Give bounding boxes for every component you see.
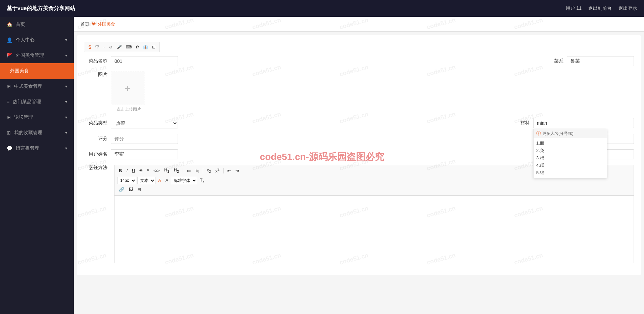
sidebar-label-guestbook-mgmt: 留言板管理	[16, 145, 39, 151]
underline-button[interactable]: U	[130, 167, 137, 174]
field-cuisine: 菜系	[540, 56, 634, 66]
field-score: 评分	[84, 134, 178, 144]
username-label: 用户姓名	[84, 151, 107, 157]
row-dish-name-cuisine: 菜品名称 菜系	[84, 56, 634, 66]
ime-chinese[interactable]: 中	[94, 43, 101, 50]
sidebar-item-foreign-food-mgmt[interactable]: 🚩 外国美食管理 ▾	[0, 48, 74, 63]
row-cooking-method: 烹饪方法 B I U S ❝ </> H1 H2	[84, 165, 634, 263]
image-label: 图片	[84, 72, 107, 78]
code-button[interactable]: </>	[152, 167, 162, 174]
insert-link-button[interactable]: 🔗	[117, 186, 126, 193]
insert-table-button[interactable]: ⊞	[136, 186, 143, 193]
sidebar-label-forum-mgmt: 论坛管理	[14, 114, 33, 120]
font-color-button[interactable]: A	[156, 177, 163, 184]
list-ordered-button[interactable]: ≔	[185, 167, 193, 174]
h1-button[interactable]: H1	[163, 166, 171, 175]
current-user: 用户 11	[566, 5, 582, 11]
sidebar-label-foreign-food: 外国美食	[10, 68, 29, 74]
blockquote-button[interactable]: ❝	[145, 167, 151, 174]
insert-image-button[interactable]: 🖼	[127, 186, 135, 193]
breadcrumb: 首页 ❤ 外国美食	[74, 17, 644, 32]
sidebar-label-home: 首页	[16, 22, 25, 28]
subscript-button[interactable]: x2	[205, 166, 213, 175]
logout-button[interactable]: 退出登录	[618, 5, 637, 11]
ime-shirt[interactable]: 👔	[142, 44, 149, 50]
goto-front-button[interactable]: 退出到前台	[588, 5, 612, 11]
dish-type-select[interactable]: 热菜 凉菜 汤类 主食	[111, 118, 178, 128]
username-input[interactable]	[111, 149, 178, 159]
indent-decrease-button[interactable]: ⇤	[226, 167, 233, 174]
sidebar-arrow-forum-mgmt: ▾	[65, 115, 67, 120]
font-family-select[interactable]: 标准字体 宋体 黑体	[171, 177, 197, 184]
autocomplete-item[interactable]: 5.绵	[536, 169, 604, 176]
sidebar-item-foreign-food[interactable]: 外国美食	[0, 63, 74, 79]
cuisine-label: 菜系	[540, 58, 563, 64]
score-input[interactable]	[111, 134, 178, 144]
sidebar-icon-home: 🏠	[7, 22, 12, 27]
clear-format-button[interactable]: Tx	[198, 176, 206, 185]
field-dish-name: 菜品名称	[84, 56, 178, 66]
sidebar-item-left-guestbook-mgmt: 💬 留言板管理	[7, 145, 39, 151]
autocomplete-header: ⓘ 更多人名(分号#k)	[534, 129, 607, 138]
italic-button[interactable]: I	[125, 167, 129, 174]
sidebar-item-guestbook-mgmt[interactable]: 💬 留言板管理 ▾	[0, 141, 74, 156]
sidebar-item-hot-dishes-mgmt[interactable]: ≡ 热门菜品管理 ▾	[0, 94, 74, 110]
cuisine-input[interactable]	[567, 56, 634, 66]
autocomplete-item[interactable]: 1.面	[536, 140, 604, 147]
toolbar-divider1	[183, 168, 183, 173]
list-unordered-button[interactable]: ≒	[194, 167, 201, 174]
sidebar-arrow-guestbook-mgmt: ▾	[65, 146, 67, 151]
field-image: 图片 + 点击上传图片	[84, 72, 147, 112]
ime-keyboard[interactable]: ⌨	[125, 44, 133, 50]
row-image: 图片 + 点击上传图片	[84, 72, 634, 112]
h2-button[interactable]: H2	[172, 166, 180, 175]
autocomplete-dropdown: ⓘ 更多人名(分号#k) 1.面2.免3.棉4.眠5.绵	[533, 129, 607, 178]
sidebar-label-hot-dishes-mgmt: 热门菜品管理	[13, 99, 41, 105]
header: 基于vue的地方美食分享网站 用户 11 退出到前台 退出登录	[0, 0, 644, 17]
autocomplete-info-icon: ⓘ	[536, 130, 541, 136]
font-type-select[interactable]: 文本 标题	[137, 177, 155, 184]
autocomplete-list: 1.面2.免3.棉4.眠5.绵	[534, 138, 607, 178]
dish-name-input[interactable]	[111, 56, 178, 66]
ime-dot[interactable]: ·	[102, 44, 106, 50]
sidebar-label-favorites-mgmt: 我的收藏管理	[14, 130, 42, 136]
autocomplete-item[interactable]: 4.眠	[536, 162, 604, 169]
breadcrumb-home[interactable]: 首页	[81, 21, 89, 27]
autocomplete-item[interactable]: 3.棉	[536, 154, 604, 162]
sidebar-label-chinese-food-mgmt: 中式美食管理	[14, 83, 42, 89]
form-container: S 中 · ☺ 🎤 ⌨ ✿ 👔 ⊡ 菜品名称 菜系	[77, 35, 641, 275]
sidebar-item-chinese-food-mgmt[interactable]: ⊞ 中式美食管理 ▾	[0, 79, 74, 94]
font-highlight-button[interactable]: A	[164, 177, 170, 184]
superscript-button[interactable]: x2	[214, 166, 221, 175]
editor-body[interactable]	[114, 196, 634, 263]
sidebar-item-left-home: 🏠 首页	[7, 22, 25, 28]
ime-mic[interactable]: 🎤	[116, 44, 123, 50]
sidebar-icon-guestbook-mgmt: 💬	[7, 146, 12, 151]
toolbar-divider3	[223, 168, 224, 173]
sidebar-item-home[interactable]: 🏠 首页	[0, 17, 74, 32]
sidebar-item-personal[interactable]: 👤 个人中心 ▾	[0, 32, 74, 48]
strikethrough-button[interactable]: S	[138, 167, 144, 174]
field-dish-type: 菜品类型 热菜 凉菜 汤类 主食	[84, 118, 178, 128]
sidebar-item-forum-mgmt[interactable]: ⊞ 论坛管理 ▾	[0, 110, 74, 125]
header-actions: 用户 11 退出到前台 退出登录	[566, 5, 637, 11]
sidebar-item-left-personal: 👤 个人中心	[7, 37, 35, 43]
sidebar-item-left-foreign-food-mgmt: 🚩 外国美食管理	[7, 52, 44, 58]
ime-more1[interactable]: ✿	[134, 44, 140, 50]
bold-button[interactable]: B	[117, 167, 124, 174]
sidebar-item-left-chinese-food-mgmt: ⊞ 中式美食管理	[7, 83, 42, 89]
font-size-select[interactable]: 14px 12px 16px 18px	[117, 177, 136, 184]
image-upload-area[interactable]: +	[111, 72, 144, 105]
autocomplete-item[interactable]: 2.免	[536, 147, 604, 154]
ime-emoji[interactable]: ☺	[107, 44, 114, 50]
cooking-method-label: 烹饪方法	[84, 165, 107, 171]
sidebar-item-favorites-mgmt[interactable]: ⊞ 我的收藏管理 ▾	[0, 125, 74, 141]
sidebar-arrow-foreign-food-mgmt: ▾	[65, 53, 67, 58]
row-dish-type-ingredient: 菜品类型 热菜 凉菜 汤类 主食 材料 ⓘ	[84, 118, 634, 128]
sidebar-arrow-favorites-mgmt: ▾	[65, 130, 67, 135]
indent-increase-button[interactable]: ⇥	[234, 167, 241, 174]
main-content: 首页 ❤ 外国美食 S 中 · ☺ 🎤 ⌨ ✿ 👔 ⊡ 菜品名称	[74, 17, 644, 314]
ingredient-input[interactable]	[533, 118, 634, 128]
dish-name-label: 菜品名称	[84, 58, 107, 64]
ime-more2[interactable]: ⊡	[151, 44, 157, 50]
